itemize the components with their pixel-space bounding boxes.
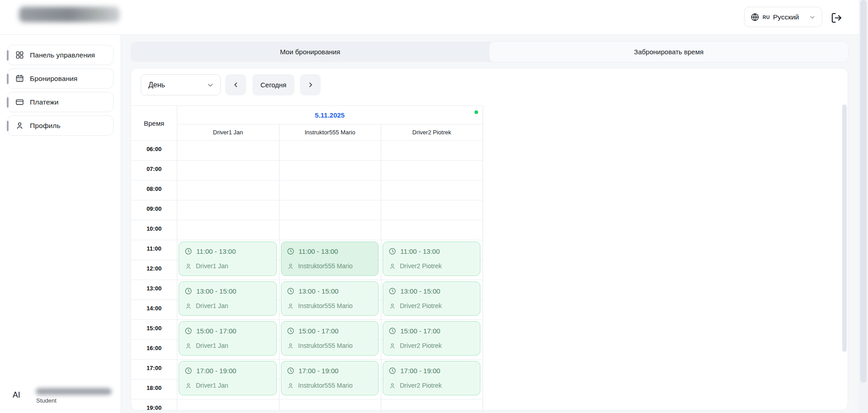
- booking-card[interactable]: 15:00 - 17:00Instruktor555 Mario: [281, 321, 379, 356]
- user-icon: [389, 342, 396, 349]
- view-select-value: День: [148, 81, 165, 89]
- hour-label: 07:00: [131, 166, 177, 172]
- next-day-button[interactable]: [300, 74, 321, 95]
- hour-label: 11:00: [131, 245, 177, 252]
- booking-time: 15:00 - 17:00: [196, 327, 236, 335]
- booking-card[interactable]: 17:00 - 19:00Driver1 Jan: [179, 361, 277, 395]
- grid-line: [131, 359, 483, 360]
- sidebar-item-payments[interactable]: Платежи: [7, 92, 114, 112]
- clock-icon: [185, 327, 192, 335]
- grid-line: [131, 180, 483, 180]
- booking-card[interactable]: 17:00 - 19:00Instruktor555 Mario: [281, 361, 379, 395]
- clock-icon: [287, 287, 294, 295]
- tab-book-time[interactable]: Забронировать время: [489, 42, 848, 62]
- booking-person: Driver1 Jan: [196, 302, 228, 309]
- booking-card[interactable]: 13:00 - 15:00Driver1 Jan: [179, 281, 277, 316]
- dashboard-icon: [15, 51, 24, 59]
- page-scrollbar-thumb[interactable]: [860, 0, 867, 383]
- hour-label: 13:00: [131, 285, 177, 292]
- booking-time: 15:00 - 17:00: [400, 327, 440, 335]
- tab-my-bookings[interactable]: Мои бронирования: [131, 42, 489, 62]
- booking-time: 13:00 - 15:00: [196, 287, 236, 295]
- booking-person: Driver1 Jan: [196, 342, 228, 349]
- grid-line: [483, 106, 483, 411]
- grid-line: [177, 106, 177, 411]
- booking-time: 17:00 - 19:00: [196, 367, 236, 375]
- hour-label: 15:00: [131, 325, 177, 332]
- clock-icon: [389, 287, 396, 295]
- booking-card[interactable]: 15:00 - 17:00Driver2 Piotrek: [383, 321, 480, 356]
- sidebar-item-label: Платежи: [30, 98, 59, 106]
- sidebar-item-profile[interactable]: Профиль: [7, 115, 114, 136]
- sidebar-item-dashboard[interactable]: Панель управления: [7, 45, 114, 65]
- booking-time: 17:00 - 19:00: [299, 367, 338, 375]
- grid-line: [131, 399, 483, 399]
- booking-time: 15:00 - 17:00: [299, 327, 338, 335]
- profile-icon: [15, 121, 24, 130]
- user-role-label: Student: [36, 397, 57, 404]
- user-icon: [287, 263, 294, 270]
- sidebar-item-label: Профиль: [30, 122, 61, 130]
- grid-line: [131, 160, 483, 161]
- item-accent-bar: [7, 97, 9, 108]
- booking-time: 11:00 - 13:00: [400, 247, 440, 255]
- today-button[interactable]: Сегодня: [252, 74, 294, 95]
- user-icon: [389, 303, 396, 309]
- booking-person: Instruktor555 Mario: [298, 302, 353, 309]
- clock-icon: [389, 247, 396, 255]
- sidebar-item-label: Бронирования: [30, 75, 77, 83]
- chevron-right-icon: [307, 81, 314, 89]
- user-icon: [287, 382, 294, 389]
- item-accent-bar: [7, 50, 9, 61]
- column-header: Driver1 Jan: [177, 124, 279, 140]
- user-icon: [389, 382, 396, 389]
- clock-icon: [185, 287, 192, 295]
- booking-person: Driver1 Jan: [196, 382, 228, 389]
- booking-card[interactable]: 15:00 - 17:00Driver1 Jan: [179, 321, 277, 356]
- user-icon: [185, 263, 192, 270]
- user-icon: [185, 303, 192, 309]
- logout-button[interactable]: [830, 11, 843, 24]
- booking-person: Driver2 Piotrek: [400, 302, 442, 309]
- hour-label: 06:00: [131, 146, 177, 152]
- booking-person: Driver2 Piotrek: [400, 382, 442, 389]
- grid-line: [131, 200, 483, 200]
- clock-icon: [389, 367, 396, 375]
- column-header: Driver2 Piotrek: [381, 124, 483, 140]
- item-accent-bar: [7, 121, 9, 131]
- language-selector[interactable]: RU Русский: [744, 7, 822, 27]
- booking-time: 11:00 - 13:00: [299, 247, 338, 255]
- user-icon: [287, 303, 294, 309]
- grid-line: [131, 220, 483, 220]
- hour-label: 14:00: [131, 305, 177, 312]
- clock-icon: [287, 367, 294, 375]
- sidebar-item-calendar[interactable]: Бронирования: [7, 68, 114, 89]
- booking-card[interactable]: 11:00 - 13:00Driver1 Jan: [179, 242, 277, 276]
- booking-card[interactable]: 13:00 - 15:00Instruktor555 Mario: [281, 281, 379, 316]
- panel-scrollbar-thumb[interactable]: [842, 104, 847, 352]
- booking-time: 11:00 - 13:00: [196, 247, 236, 255]
- sidebar: Панель управленияБронированияПлатежиПроф…: [0, 35, 121, 413]
- user-icon: [185, 382, 192, 389]
- user-icon: [287, 342, 294, 349]
- prev-day-button[interactable]: [225, 74, 246, 95]
- grid-line: [131, 240, 483, 240]
- booking-card[interactable]: 17:00 - 19:00Driver2 Piotrek: [383, 361, 480, 395]
- user-avatar-initials: AI: [13, 390, 20, 400]
- clock-icon: [185, 367, 192, 375]
- hour-label: 17:00: [131, 365, 177, 371]
- booking-card[interactable]: 13:00 - 15:00Driver2 Piotrek: [383, 281, 480, 316]
- booking-card[interactable]: 11:00 - 13:00Instruktor555 Mario: [281, 242, 379, 276]
- booking-person: Instruktor555 Mario: [298, 382, 353, 389]
- view-select[interactable]: День: [141, 74, 221, 95]
- booking-person: Instruktor555 Mario: [298, 342, 353, 349]
- clock-icon: [185, 247, 192, 255]
- booking-card[interactable]: 11:00 - 13:00Driver2 Piotrek: [383, 242, 480, 276]
- clock-icon: [389, 327, 396, 335]
- hour-label: 12:00: [131, 265, 177, 272]
- payments-icon: [15, 98, 24, 106]
- item-accent-bar: [7, 74, 9, 84]
- calendar-icon: [15, 74, 24, 83]
- topbar: RU Русский: [0, 0, 868, 35]
- grid-line: [131, 140, 483, 141]
